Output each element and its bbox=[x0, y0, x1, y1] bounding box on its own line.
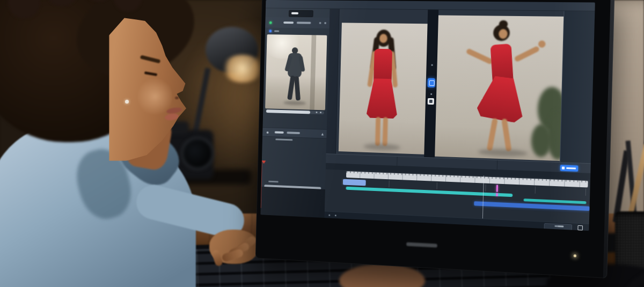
header-mini-icon[interactable] bbox=[324, 22, 326, 24]
figure-leg bbox=[501, 119, 511, 152]
zoom-status-pill[interactable] bbox=[544, 223, 573, 231]
viewer-standing-pose[interactable] bbox=[339, 23, 428, 154]
transport-controls bbox=[263, 116, 327, 127]
properties-tab-blur[interactable] bbox=[275, 131, 284, 134]
lamp-bulb-glow bbox=[221, 55, 264, 83]
status-dot-blue bbox=[269, 30, 272, 32]
toolbar-separator bbox=[497, 160, 498, 170]
fit-button[interactable] bbox=[577, 225, 583, 231]
tab-label-blur[interactable] bbox=[297, 21, 311, 24]
figure-floor-shadow bbox=[363, 143, 400, 151]
playhead[interactable] bbox=[262, 160, 266, 164]
status-mini-dot bbox=[328, 215, 330, 216]
compare-active-button[interactable] bbox=[428, 78, 435, 87]
monitor-power-led bbox=[574, 254, 576, 257]
figure-floor-shadow bbox=[478, 148, 528, 157]
editing-app bbox=[260, 0, 595, 231]
panel-lower-filler bbox=[260, 187, 325, 218]
clip-blue-lead-segment[interactable] bbox=[343, 179, 366, 186]
status-mini-dot bbox=[335, 215, 336, 216]
clip-tabs-header bbox=[265, 17, 330, 29]
magenta-marker[interactable] bbox=[496, 193, 497, 196]
monitor bbox=[255, 0, 615, 278]
figure-leg bbox=[383, 117, 388, 146]
photo-scene bbox=[0, 0, 644, 287]
figure-dress-bodice bbox=[491, 43, 514, 82]
header-mini-icon[interactable] bbox=[319, 22, 321, 24]
dot-icon bbox=[429, 62, 434, 67]
add-row-label-blur[interactable] bbox=[268, 181, 279, 183]
toolbar-separator bbox=[397, 157, 397, 166]
ai-badge[interactable] bbox=[560, 165, 579, 172]
figure-dress-bodice bbox=[374, 49, 392, 82]
status-dot-green bbox=[269, 21, 272, 24]
source-video-preview[interactable] bbox=[265, 34, 327, 110]
figure-arm-right bbox=[514, 46, 540, 62]
scrub-dot[interactable] bbox=[320, 112, 321, 113]
figure-dress-skirt bbox=[476, 75, 528, 124]
preview-person-leg bbox=[294, 76, 301, 101]
figure-hand-right bbox=[538, 40, 546, 48]
search-value-blur bbox=[291, 12, 298, 14]
right-side-panel bbox=[560, 11, 595, 164]
swatch-label-blur bbox=[275, 138, 292, 141]
pearl-earring bbox=[125, 100, 129, 104]
left-panel bbox=[261, 8, 331, 189]
lower-lip bbox=[164, 113, 179, 121]
header-dot bbox=[267, 131, 269, 134]
plant-leaves bbox=[531, 124, 552, 158]
eye-lashline bbox=[144, 71, 157, 76]
monitor-brand-logo bbox=[406, 242, 437, 248]
nostril bbox=[175, 97, 179, 99]
scrub-dot[interactable] bbox=[316, 112, 317, 113]
source-label-blur bbox=[274, 31, 279, 32]
figure-leg bbox=[375, 117, 380, 146]
snapshot-button[interactable] bbox=[428, 98, 434, 105]
figure-arm-left bbox=[466, 48, 494, 65]
search-input[interactable] bbox=[289, 10, 313, 17]
preview-doorframe bbox=[310, 35, 316, 110]
camera-lens bbox=[181, 137, 214, 170]
viewer-dancing-pose[interactable] bbox=[435, 15, 564, 161]
preview-floor-shadow bbox=[283, 101, 306, 106]
eyebrow bbox=[140, 55, 160, 63]
figure-leg bbox=[487, 118, 498, 151]
screen bbox=[260, 0, 595, 231]
tab-label-blur[interactable] bbox=[283, 21, 294, 24]
scrub-progress bbox=[266, 109, 310, 114]
eject-icon[interactable] bbox=[319, 130, 326, 137]
source-clip-row[interactable] bbox=[265, 27, 330, 34]
dot-icon bbox=[428, 91, 434, 96]
properties-tab-blur[interactable] bbox=[287, 131, 300, 134]
magenta-marker[interactable] bbox=[496, 185, 498, 192]
preview-scrub-bar[interactable] bbox=[266, 109, 324, 114]
